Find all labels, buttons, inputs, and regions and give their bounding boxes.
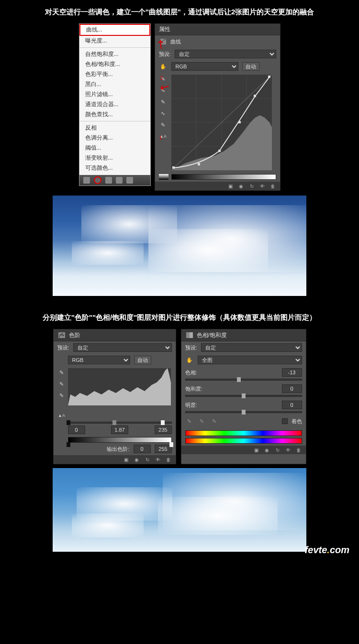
light-slider[interactable] xyxy=(185,411,302,413)
eyedropper-black-icon[interactable]: ✎ xyxy=(57,368,66,377)
hue-slider[interactable] xyxy=(185,379,302,381)
link-icon[interactable] xyxy=(83,177,90,184)
levels-preset-select[interactable]: 自定 xyxy=(73,343,172,352)
levels-input-slider[interactable] xyxy=(68,422,172,424)
clip-to-layer-icon[interactable]: ▣ xyxy=(123,457,130,462)
menu-item-invert[interactable]: 反相 xyxy=(79,123,150,133)
menu-separator xyxy=(79,47,150,48)
trash-icon[interactable]: 🗑 xyxy=(295,447,302,453)
reset-icon[interactable]: ↻ xyxy=(274,447,281,453)
menu-item-selectivecolor[interactable]: 可选颜色... xyxy=(79,163,150,173)
menu-item-bw[interactable]: 黑白... xyxy=(79,79,150,89)
clip-to-layer-icon[interactable]: ▣ xyxy=(227,183,234,189)
hue-input[interactable] xyxy=(282,368,302,377)
trash-icon[interactable]: 🗑 xyxy=(165,457,172,462)
svg-rect-13 xyxy=(254,95,256,97)
wm-brand: fevte xyxy=(305,545,327,555)
sky-preview-image-2 xyxy=(53,468,306,552)
channel-select[interactable]: RGB xyxy=(171,62,238,71)
huesat-scope-select[interactable]: 全图 xyxy=(198,356,302,364)
panel-title: 属性 xyxy=(159,25,170,33)
sat-slider[interactable] xyxy=(185,395,302,397)
levels-histogram[interactable] xyxy=(68,368,171,405)
menu-item-colorlookup[interactable]: 颜色查找... xyxy=(79,109,150,120)
huesat-header: 色相/饱和度 xyxy=(181,329,306,341)
levels-header: 色阶 xyxy=(54,329,176,341)
view-previous-icon[interactable]: ◉ xyxy=(264,447,270,453)
menu-item-vibrance[interactable]: 自然饱和度... xyxy=(79,49,150,59)
curve-point-icon[interactable]: ∿ xyxy=(159,109,168,118)
eyedropper-gray-icon[interactable]: ✎ xyxy=(57,380,66,388)
clip-warning-icon[interactable]: ▲A xyxy=(57,411,66,420)
trash-icon[interactable] xyxy=(126,177,133,184)
light-label: 明度: xyxy=(185,402,197,409)
horizontal-gradient-bar xyxy=(171,174,276,180)
menu-item-channelmixer[interactable]: 通道混合器... xyxy=(79,99,150,109)
svg-rect-11 xyxy=(218,150,221,152)
eyedropper-white-icon[interactable]: ✎ xyxy=(57,391,66,400)
reset-icon[interactable]: ↻ xyxy=(248,183,255,189)
eyedropper-minus-icon[interactable]: ✎ xyxy=(210,417,219,426)
eyedropper-white-icon[interactable]: ✎ xyxy=(159,98,168,106)
colorize-checkbox[interactable] xyxy=(282,418,288,424)
svg-rect-12 xyxy=(238,121,241,123)
curves-graph[interactable] xyxy=(171,75,272,170)
menu-item-gradmap[interactable]: 渐变映射... xyxy=(79,153,150,163)
menu-item-huesat[interactable]: 色相/饱和度... xyxy=(79,59,150,69)
new-layer-icon[interactable] xyxy=(116,177,123,184)
hand-icon[interactable]: ✋ xyxy=(159,62,168,71)
visibility-icon[interactable]: 👁 xyxy=(155,457,161,462)
scrubby-icon[interactable]: ✋ xyxy=(185,356,194,364)
svg-rect-9 xyxy=(172,166,175,169)
adjustment-layer-icon[interactable] xyxy=(94,176,101,184)
eyedropper-icon[interactable]: ✎ xyxy=(185,417,194,426)
annotation-num-2: 2 xyxy=(160,75,163,81)
eyedropper-plus-icon[interactable]: ✎ xyxy=(198,417,206,426)
preset-select[interactable]: 自定 xyxy=(175,50,276,58)
folder-icon[interactable] xyxy=(105,177,112,184)
hue-spectrum-bottom xyxy=(185,438,302,444)
adjustment-context-menu[interactable]: 曲线... 曝光度... 自然饱和度... 色相/饱和度... 色彩平衡... … xyxy=(79,23,151,186)
view-previous-icon[interactable]: ◉ xyxy=(134,457,140,462)
levels-channel-select[interactable]: RGB xyxy=(68,356,130,364)
section2-title: 分别建立"色阶""色相/饱和度"图层对图片进行整体修饰（具体数值更具当前图片而定… xyxy=(0,310,359,324)
layer-bottom-toolbar xyxy=(79,175,150,186)
curves-type-row: 曲线 xyxy=(155,35,280,48)
menu-separator xyxy=(79,121,150,121)
reset-icon[interactable]: ↻ xyxy=(144,457,151,462)
svg-rect-14 xyxy=(268,76,270,78)
menu-item-posterize[interactable]: 色调分离... xyxy=(79,133,150,143)
levels-white-input[interactable] xyxy=(155,426,172,434)
clip-to-layer-icon[interactable]: ▣ xyxy=(253,447,260,453)
colorize-label: 着色 xyxy=(292,418,302,425)
curve-draw-icon[interactable]: ✎ xyxy=(159,120,168,129)
menu-item-curves[interactable]: 曲线... xyxy=(79,24,150,36)
output-black-input[interactable] xyxy=(134,445,151,453)
levels-preset-row: 预设: 自定 xyxy=(54,341,176,354)
huesat-icon xyxy=(185,331,194,339)
menu-item-photofilter[interactable]: 照片滤镜... xyxy=(79,89,150,99)
sky-preview-image-1 xyxy=(53,196,306,296)
visibility-icon[interactable]: 👁 xyxy=(259,183,266,189)
light-input[interactable] xyxy=(282,401,302,409)
levels-gray-input[interactable] xyxy=(111,426,128,434)
levels-auto-button[interactable]: 自动 xyxy=(134,356,151,364)
hue-label: 色相: xyxy=(185,369,197,376)
trash-icon[interactable]: 🗑 xyxy=(269,183,276,189)
sat-input[interactable] xyxy=(282,384,302,393)
colorize-row: ✎ ✎ ✎ 着色 xyxy=(181,415,306,427)
visibility-icon[interactable]: 👁 xyxy=(285,447,292,453)
levels-icon xyxy=(57,331,66,339)
menu-item-colorbalance[interactable]: 色彩平衡... xyxy=(79,69,150,79)
menu-item-exposure[interactable]: 曝光度... xyxy=(79,36,150,46)
auto-button[interactable]: 自动 xyxy=(242,62,259,71)
huesat-preset-select[interactable]: 自定 xyxy=(201,343,302,352)
svg-rect-10 xyxy=(198,163,200,165)
levels-black-input[interactable] xyxy=(68,426,85,434)
menu-item-threshold[interactable]: 阈值... xyxy=(79,143,150,153)
preset-label: 预设: xyxy=(185,344,197,351)
view-previous-icon[interactable]: ◉ xyxy=(238,183,245,189)
preset-label: 预设: xyxy=(57,344,69,351)
huesat-panel: 色相/饱和度 预设: 自定 ✋ 全图 色相: 饱和度: 明度: xyxy=(181,329,306,464)
levels-output-gradient[interactable] xyxy=(68,437,172,443)
